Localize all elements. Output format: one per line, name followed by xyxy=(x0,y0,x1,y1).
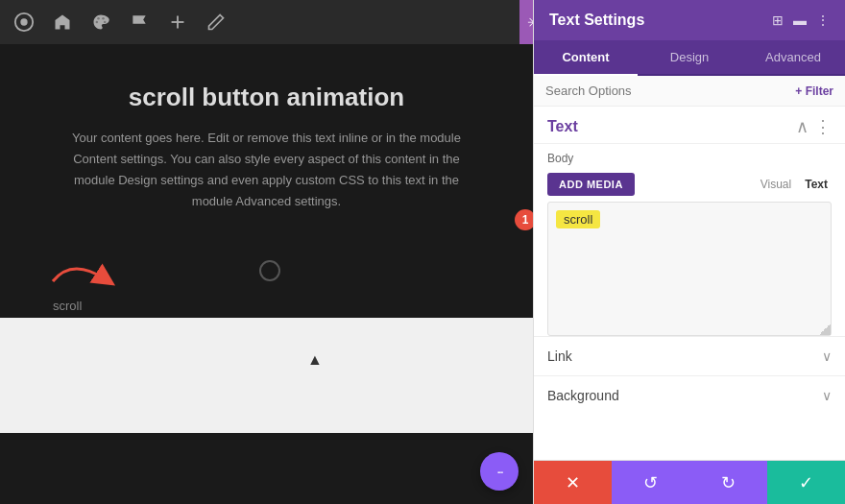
save-button[interactable]: ✓ xyxy=(767,461,845,504)
panel-tabs: Content Design Advanced xyxy=(534,40,845,76)
chevron-down-icon-bg: ∨ xyxy=(822,388,832,403)
scroll-pill: scroll xyxy=(556,210,600,228)
visual-toggle-button[interactable]: Visual xyxy=(757,176,795,193)
editor-canvas: ✳ scroll button animation Your content g… xyxy=(0,0,533,504)
bottom-action-bar: ✕ ↺ ↻ ✓ xyxy=(534,460,845,504)
panel-body: Text ∧ ⋮ Body ADD MEDIA Visual Text scro… xyxy=(534,107,845,460)
redo-button[interactable]: ↻ xyxy=(689,461,767,504)
search-bar: + Filter xyxy=(534,76,845,107)
link-section-title: Link xyxy=(547,348,572,364)
editor-area: scroll button animation Your content goe… xyxy=(0,44,533,504)
palette-icon[interactable] xyxy=(88,10,113,35)
plus-icon[interactable] xyxy=(165,10,190,35)
flag-icon[interactable] xyxy=(127,10,152,35)
panel-header-controls: ⊞ ▬ ⋮ xyxy=(772,12,830,28)
dark-editor-section: scroll button animation Your content goe… xyxy=(0,44,533,241)
house-icon[interactable] xyxy=(50,10,75,35)
scroll-area: scroll xyxy=(0,241,533,318)
red-arrow-icon xyxy=(43,252,120,300)
wordpress-icon[interactable] xyxy=(12,10,36,35)
text-section-header: Text ∧ ⋮ xyxy=(534,107,845,144)
top-toolbar xyxy=(0,0,533,44)
svg-point-5 xyxy=(104,21,107,24)
cursor-icon: ▲ xyxy=(307,351,323,369)
visual-text-toggle: Visual Text xyxy=(757,176,832,193)
section-more-button[interactable]: ⋮ xyxy=(814,118,832,135)
svg-point-4 xyxy=(102,17,105,20)
section-heading: scroll button animation xyxy=(48,83,485,112)
panel-title: Text Settings xyxy=(549,12,644,29)
settings-panel: Text Settings ⊞ ▬ ⋮ Content Design Advan… xyxy=(533,0,845,504)
section-body: Your content goes here. Edit or remove t… xyxy=(65,128,469,212)
tab-advanced[interactable]: Advanced xyxy=(741,40,845,76)
step-badge: 1 xyxy=(515,209,533,230)
svg-point-2 xyxy=(96,21,99,24)
more-icon[interactable]: ⋮ xyxy=(816,12,830,28)
panel-header: Text Settings ⊞ ▬ ⋮ xyxy=(534,0,845,40)
section-header-controls: ∧ ⋮ xyxy=(796,118,832,135)
chevron-down-icon: ∨ xyxy=(822,348,832,364)
tab-content[interactable]: Content xyxy=(534,40,638,76)
undo-button[interactable]: ↺ xyxy=(612,461,689,504)
editor-toolbar: ADD MEDIA Visual Text xyxy=(534,169,845,202)
collapse-section-button[interactable]: ∧ xyxy=(796,118,809,135)
circle-outline xyxy=(259,260,280,281)
text-editor-area[interactable]: scroll xyxy=(547,202,832,336)
body-field-label: Body xyxy=(534,144,845,169)
search-input[interactable] xyxy=(545,84,795,98)
editor-resize-handle[interactable] xyxy=(819,324,831,335)
text-section-title: Text xyxy=(547,118,578,135)
scroll-label: scroll xyxy=(53,299,82,313)
svg-point-3 xyxy=(97,17,100,20)
resize-icon[interactable]: ⊞ xyxy=(772,12,784,28)
tab-design[interactable]: Design xyxy=(638,40,741,76)
filter-button[interactable]: + Filter xyxy=(795,84,833,98)
fab-button[interactable]: ··· xyxy=(480,452,519,491)
background-section[interactable]: Background ∨ xyxy=(534,375,845,415)
add-media-button[interactable]: ADD MEDIA xyxy=(547,173,635,196)
asterisk-toggle-button[interactable]: ✳ xyxy=(519,0,533,44)
svg-point-1 xyxy=(20,18,27,25)
link-section[interactable]: Link ∨ xyxy=(534,336,845,375)
text-toggle-button[interactable]: Text xyxy=(801,176,832,193)
pencil-icon[interactable] xyxy=(204,10,229,35)
background-section-title: Background xyxy=(547,388,619,403)
cancel-button[interactable]: ✕ xyxy=(534,461,612,504)
collapse-icon[interactable]: ▬ xyxy=(793,12,807,28)
white-section: ▲ xyxy=(0,318,533,433)
